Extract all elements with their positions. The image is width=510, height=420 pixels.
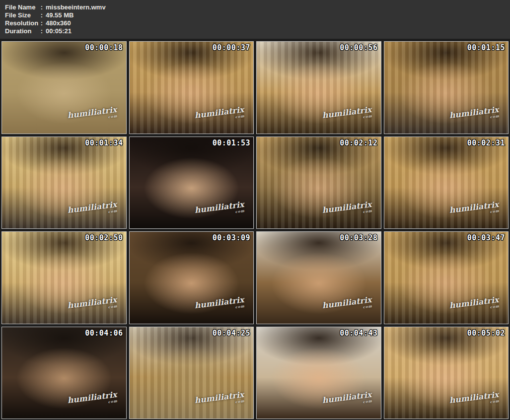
timestamp-label: 00:01:53 [213,139,250,147]
timestamp-label: 00:01:34 [85,139,123,147]
meta-separator: : [38,19,46,27]
meta-row-duration: Duration : 00:05:21 [5,27,510,35]
humiliatrix-watermark: humiliatrix com [194,201,245,218]
humiliatrix-watermark: humiliatrix com [67,391,118,409]
video-thumbnail[interactable]: 00:00:56 humiliatrix com [256,41,381,134]
timestamp-label: 00:01:15 [467,43,505,52]
humiliatrix-watermark: humiliatrix com [67,201,118,218]
timestamp-label: 00:05:02 [467,329,505,338]
video-thumbnail[interactable]: 00:02:12 humiliatrix com [256,137,381,229]
video-thumbnail[interactable]: 00:04:25 humiliatrix com [129,327,254,420]
video-thumbnail[interactable]: 00:03:09 humiliatrix com [129,231,254,324]
timestamp-label: 00:02:31 [467,139,505,147]
video-thumbnail[interactable]: 00:02:50 humiliatrix com [1,231,127,324]
video-thumbnail[interactable]: 00:02:31 humiliatrix com [384,137,509,229]
meta-label: File Name [5,3,38,11]
video-thumbnail[interactable]: 00:03:28 humiliatrix com [256,231,381,324]
thumbnail-grid: 00:00:18 humiliatrix com 00:00:37 humili… [0,41,510,420]
video-thumbnail[interactable]: 00:00:18 humiliatrix com [1,41,127,134]
duration-value: 00:05:21 [46,27,72,35]
humiliatrix-watermark: humiliatrix com [322,296,372,314]
timestamp-label: 00:02:50 [85,233,123,242]
meta-separator: : [38,11,46,19]
meta-row-file-name: File Name : missbeeintern.wmv [5,3,510,11]
video-thumbnail[interactable]: 00:01:15 humiliatrix com [384,41,509,134]
timestamp-label: 00:04:25 [213,329,250,338]
meta-row-resolution: Resolution : 480x360 [5,19,510,27]
humiliatrix-watermark: humiliatrix com [194,391,245,409]
humiliatrix-watermark: humiliatrix com [322,201,372,218]
meta-label: Duration [5,27,38,35]
meta-label: Resolution [5,19,38,27]
thumbnail-sheet: File Name : missbeeintern.wmv File Size … [0,0,510,420]
resolution-value: 480x360 [46,19,71,27]
timestamp-label: 00:03:28 [340,233,377,242]
humiliatrix-watermark: humiliatrix com [67,106,118,124]
timestamp-label: 00:02:12 [340,139,377,147]
video-thumbnail[interactable]: 00:00:37 humiliatrix com [129,41,254,134]
timestamp-label: 00:03:47 [467,233,505,242]
humiliatrix-watermark: humiliatrix com [67,296,118,314]
humiliatrix-watermark: humiliatrix com [449,391,500,409]
file-size-value: 49.55 MB [46,11,73,19]
video-thumbnail[interactable]: 00:03:47 humiliatrix com [384,231,509,324]
meta-separator: : [38,27,46,35]
video-thumbnail[interactable]: 00:04:06 humiliatrix com [1,327,127,420]
humiliatrix-watermark: humiliatrix com [449,106,500,124]
humiliatrix-watermark: humiliatrix com [449,296,500,314]
humiliatrix-watermark: humiliatrix com [449,201,500,218]
meta-label: File Size [5,11,38,19]
timestamp-label: 00:00:18 [85,43,123,52]
humiliatrix-watermark: humiliatrix com [194,296,245,314]
humiliatrix-watermark: humiliatrix com [322,106,372,124]
timestamp-label: 00:04:06 [85,329,123,338]
timestamp-label: 00:00:56 [340,43,377,52]
humiliatrix-watermark: humiliatrix com [194,106,245,124]
timestamp-label: 00:04:43 [340,329,377,338]
timestamp-label: 00:03:09 [213,233,250,242]
meta-row-file-size: File Size : 49.55 MB [5,11,510,19]
video-thumbnail[interactable]: 00:01:34 humiliatrix com [1,137,127,229]
video-thumbnail[interactable]: 00:04:43 humiliatrix com [256,327,381,420]
file-metadata: File Name : missbeeintern.wmv File Size … [0,0,510,39]
timestamp-label: 00:00:37 [213,43,250,52]
meta-separator: : [38,3,46,11]
video-thumbnail[interactable]: 00:05:02 humiliatrix com [384,327,509,420]
file-name-value: missbeeintern.wmv [46,3,106,11]
video-thumbnail[interactable]: 00:01:53 humiliatrix com [129,137,254,229]
humiliatrix-watermark: humiliatrix com [322,391,372,409]
